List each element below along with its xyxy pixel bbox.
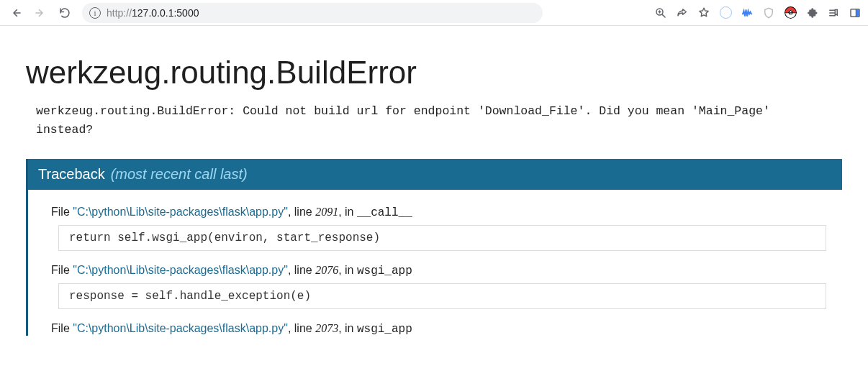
traceback-frames: File "C:\python\Lib\site-packages\flask\… <box>28 190 842 336</box>
side-panel-icon[interactable] <box>848 6 862 20</box>
zoom-icon[interactable] <box>654 6 668 20</box>
address-bar[interactable]: i http://127.0.0.1:5000 <box>82 3 543 23</box>
frame-location: File "C:\python\Lib\site-packages\flask\… <box>51 206 826 219</box>
frame-lineno: 2091 <box>315 206 338 218</box>
reading-list-icon[interactable] <box>826 6 841 20</box>
extension-circle-icon[interactable] <box>718 6 733 20</box>
frame-code: return self.wsgi_app(environ, start_resp… <box>58 225 826 251</box>
frame-path: "C:\python\Lib\site-packages\flask\app.p… <box>73 264 288 276</box>
traceback-heading: Traceback <box>38 166 105 183</box>
back-button[interactable] <box>6 3 26 23</box>
extension-wave-icon[interactable] <box>740 6 754 20</box>
extension-shield-icon[interactable] <box>761 6 776 20</box>
svg-rect-2 <box>856 9 859 16</box>
extension-pokeball-icon[interactable] <box>783 6 797 20</box>
arrow-right-icon <box>34 6 47 19</box>
frame-lineno: 2073 <box>315 322 338 334</box>
extensions-puzzle-icon[interactable] <box>805 6 819 20</box>
frame-path: "C:\python\Lib\site-packages\flask\app.p… <box>73 322 288 334</box>
traceback-section: Traceback (most recent call last) File "… <box>26 159 842 336</box>
url-text: http://127.0.0.1:5000 <box>107 7 199 19</box>
traceback-frame[interactable]: File "C:\python\Lib\site-packages\flask\… <box>51 206 826 251</box>
frame-code: response = self.handle_exception(e) <box>58 283 826 309</box>
page-content: werkzeug.routing.BuildError werkzeug.rou… <box>0 26 868 376</box>
frame-lineno: 2076 <box>315 264 338 276</box>
traceback-subtitle: (most recent call last) <box>111 166 248 183</box>
traceback-frame[interactable]: File "C:\python\Lib\site-packages\flask\… <box>51 264 826 309</box>
traceback-frame[interactable]: File "C:\python\Lib\site-packages\flask\… <box>51 322 826 336</box>
url-scheme: http:// <box>107 7 132 19</box>
error-message: werkzeug.routing.BuildError: Could not b… <box>36 102 828 139</box>
reload-button[interactable] <box>55 3 75 23</box>
forward-button[interactable] <box>30 3 50 23</box>
frame-funcname: wsgi_app <box>357 323 412 336</box>
frame-location: File "C:\python\Lib\site-packages\flask\… <box>51 264 826 278</box>
site-info-icon[interactable]: i <box>89 7 101 19</box>
reload-icon <box>58 6 71 19</box>
arrow-left-icon <box>9 6 22 19</box>
traceback-header[interactable]: Traceback (most recent call last) <box>28 159 842 190</box>
toolbar-actions <box>654 6 862 20</box>
frame-path: "C:\python\Lib\site-packages\flask\app.p… <box>73 206 288 218</box>
browser-toolbar: i http://127.0.0.1:5000 <box>0 0 868 26</box>
url-host: 127.0.0.1:5000 <box>132 7 199 19</box>
frame-funcname: __call__ <box>357 206 412 219</box>
error-title: werkzeug.routing.BuildError <box>26 55 842 91</box>
frame-funcname: wsgi_app <box>357 265 412 278</box>
bookmark-star-icon[interactable] <box>697 6 711 20</box>
share-icon[interactable] <box>675 6 690 20</box>
frame-location: File "C:\python\Lib\site-packages\flask\… <box>51 322 826 336</box>
